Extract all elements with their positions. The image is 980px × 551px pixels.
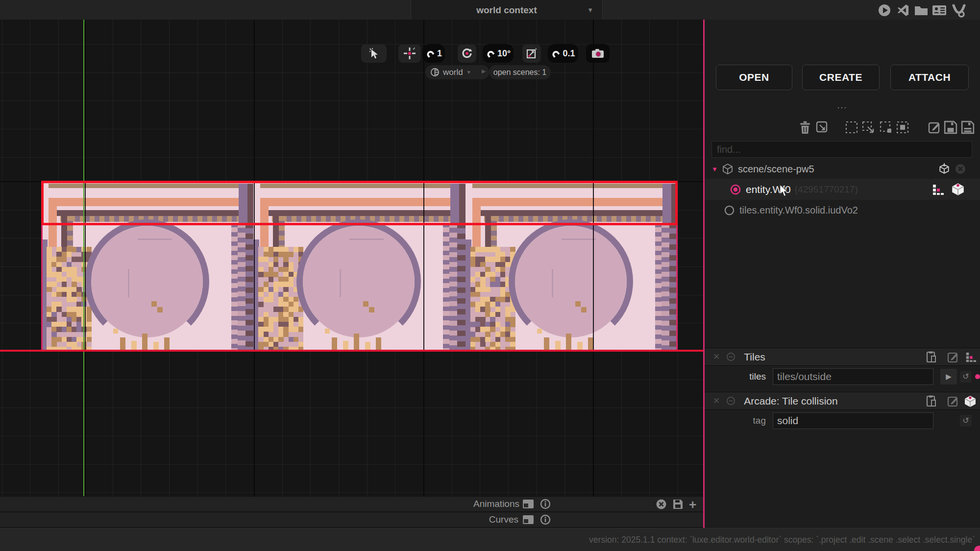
- curves-panel-row[interactable]: Curves: [0, 512, 704, 527]
- save-icon[interactable]: [944, 120, 958, 135]
- globe-icon: [430, 68, 440, 77]
- curves-label: Curves: [473, 514, 518, 525]
- find-input[interactable]: [711, 141, 972, 158]
- tree-row-tiles[interactable]: tiles.entity.Wf0.solid.iudVo2: [705, 201, 980, 219]
- magnet-icon: [486, 49, 495, 58]
- expand-arrow-icon[interactable]: ▼: [711, 166, 718, 173]
- edit-component-icon[interactable]: [947, 351, 959, 363]
- world-context-dropdown[interactable]: world context ▼: [411, 0, 603, 21]
- snap-translate-value: 1: [437, 48, 442, 59]
- radio-selected-icon[interactable]: [730, 184, 741, 195]
- tiles-field-input[interactable]: [773, 368, 933, 385]
- close-scene-icon[interactable]: [955, 163, 966, 175]
- world-context-label: world context: [476, 5, 537, 16]
- snap-rotate-toggle[interactable]: 10°: [483, 44, 514, 63]
- info-icon[interactable]: [540, 499, 551, 509]
- save-all-icon[interactable]: [961, 120, 976, 135]
- unload-scene-icon[interactable]: [938, 163, 951, 175]
- tree-row-entity[interactable]: entity.Wf0 (42951770217): [705, 179, 980, 200]
- select-move-icon[interactable]: [861, 120, 876, 135]
- play-circle-icon[interactable]: [877, 3, 892, 17]
- components-icon[interactable]: [965, 352, 976, 362]
- animations-label: Animations: [473, 499, 518, 509]
- folder-icon[interactable]: [913, 3, 928, 17]
- add-icon[interactable]: +: [689, 497, 696, 512]
- scale-icon: [526, 48, 538, 59]
- overflow-menu[interactable]: ...: [705, 100, 980, 111]
- snap-scale-toggle[interactable]: 0.1: [548, 44, 578, 63]
- rotate-tool-button[interactable]: [458, 44, 476, 63]
- top-bar: world context ▼: [0, 0, 980, 20]
- close-circle-icon[interactable]: [656, 499, 667, 510]
- tag-field-label: tag: [705, 415, 773, 426]
- edit-icon[interactable]: [928, 120, 942, 135]
- collapse-icon[interactable]: [726, 396, 735, 406]
- chevron-down-icon: ▼: [466, 70, 471, 75]
- move-tool-button[interactable]: [398, 44, 421, 63]
- vscode-icon[interactable]: [896, 3, 910, 17]
- tag-field-input[interactable]: [773, 412, 933, 429]
- components-icon[interactable]: [932, 184, 944, 195]
- window-panel-icon[interactable]: [522, 514, 534, 525]
- arcade-section-header[interactable]: ✕ Arcade: Tile collision: [705, 392, 980, 410]
- attach-button[interactable]: ATTACH: [890, 65, 969, 90]
- radio-unselected-icon[interactable]: [724, 205, 735, 216]
- reset-icon[interactable]: ↺: [960, 415, 972, 427]
- status-bar: version: 2025.1.1 context: `luxe.editor.…: [0, 528, 980, 551]
- tiles-node-label: tiles.entity.Wf0.solid.iudVo2: [739, 205, 858, 216]
- modified-dot: [975, 374, 980, 379]
- snap-rotate-value: 10°: [497, 48, 511, 59]
- world-switcher-dropdown[interactable]: world ▼: [425, 65, 489, 79]
- copy-component-icon[interactable]: [925, 351, 938, 363]
- tiles-field-row: tiles ▶ ↺: [705, 366, 980, 387]
- chevron-right-icon: ▶: [482, 68, 486, 74]
- open-scenes-badge[interactable]: open scenes: 1: [489, 65, 551, 79]
- edit-component-icon[interactable]: [947, 395, 959, 407]
- axis-x-red: [0, 350, 704, 352]
- select-marquee-icon[interactable]: [845, 120, 859, 135]
- entity-cube-icon[interactable]: [963, 394, 977, 408]
- entity-id: (42951770217): [795, 184, 858, 195]
- snap-scale-value: 0.1: [563, 48, 575, 59]
- select-add-icon[interactable]: [879, 120, 894, 135]
- luxe-editor-window: world context ▼: [0, 0, 980, 551]
- contact-card-icon[interactable]: [931, 3, 946, 17]
- tile-selection-rect[interactable]: [41, 181, 678, 225]
- tag-field-row: tag ↺: [705, 410, 980, 431]
- info-icon[interactable]: [540, 514, 551, 525]
- create-button[interactable]: CREATE: [802, 65, 880, 90]
- duplicate-icon[interactable]: [815, 120, 830, 135]
- window-panel-icon[interactable]: [522, 499, 534, 509]
- move-icon: [403, 47, 416, 60]
- remove-component-icon[interactable]: ✕: [713, 396, 720, 406]
- remove-component-icon[interactable]: ✕: [713, 352, 720, 362]
- resize-corner[interactable]: [974, 546, 980, 551]
- scale-tool-button[interactable]: [522, 44, 541, 63]
- world-switcher-label: world: [443, 68, 463, 77]
- delete-icon[interactable]: [799, 120, 813, 135]
- collapse-icon[interactable]: [726, 352, 735, 361]
- animations-panel-row[interactable]: Animations +: [0, 496, 704, 511]
- save-icon[interactable]: [672, 499, 684, 510]
- rotate-icon: [461, 48, 473, 59]
- reset-icon[interactable]: ↺: [960, 371, 972, 383]
- status-text: version: 2025.1.1 context: `luxe.editor.…: [589, 535, 975, 545]
- copy-component-icon[interactable]: [925, 395, 938, 407]
- snap-translate-toggle[interactable]: 1: [422, 44, 445, 63]
- tiles-section-title: Tiles: [744, 351, 765, 363]
- world-canvas[interactable]: 1 10° 0.1 world ▼ ▶ open scenes: 1: [0, 20, 704, 528]
- cursor-icon: [368, 48, 379, 59]
- select-tool-button[interactable]: [361, 44, 387, 63]
- entity-cube-icon[interactable]: [951, 182, 965, 196]
- screenshot-button[interactable]: [586, 44, 610, 63]
- luxe-logo-icon[interactable]: [951, 3, 965, 17]
- tiles-section-header[interactable]: ✕ Tiles: [705, 348, 980, 366]
- select-group-icon[interactable]: [896, 120, 910, 135]
- open-button[interactable]: OPEN: [716, 65, 792, 90]
- panel-divider[interactable]: [703, 20, 705, 528]
- mouse-cursor: [779, 185, 790, 197]
- open-tiles-button[interactable]: ▶: [940, 369, 957, 384]
- scene-package-icon: [722, 163, 734, 175]
- tree-row-scene[interactable]: ▼ scene/scene-pw5: [705, 160, 980, 178]
- magnet-icon: [551, 49, 560, 58]
